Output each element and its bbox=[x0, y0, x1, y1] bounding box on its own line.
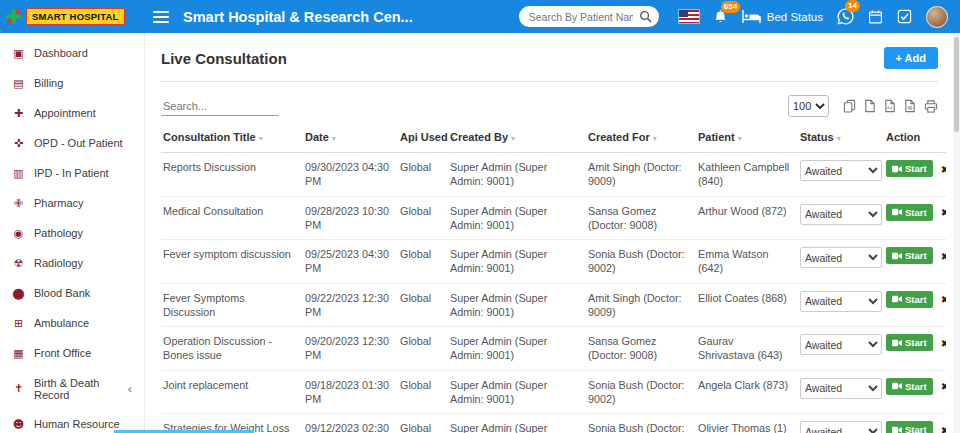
column-header-patient[interactable]: Patient▾ bbox=[696, 119, 798, 153]
delete-icon[interactable]: ✖ bbox=[941, 338, 946, 349]
status-select[interactable]: Awaited bbox=[800, 247, 882, 268]
bed-icon bbox=[742, 10, 761, 23]
created-for-cell: Sonia Bush (Doctor: 9002) bbox=[586, 240, 696, 284]
created-by-cell: Super Admin (Super Admin: 9001) bbox=[448, 283, 586, 327]
sidebar-item-label: OPD - Out Patient bbox=[34, 137, 123, 149]
start-button[interactable]: Start bbox=[886, 204, 933, 221]
chat-badge: 14 bbox=[845, 0, 860, 12]
sidebar-item-label: Birth & Death Record bbox=[34, 377, 119, 401]
vertical-scrollbar[interactable] bbox=[953, 33, 960, 433]
language-flag-icon[interactable] bbox=[679, 10, 699, 23]
start-button-label: Start bbox=[905, 294, 927, 305]
column-header-status[interactable]: Status▾ bbox=[798, 119, 884, 153]
delete-icon[interactable]: ✖ bbox=[941, 251, 946, 262]
search-icon[interactable] bbox=[639, 10, 652, 23]
sidebar-item-dashboard[interactable]: ▣Dashboard bbox=[0, 38, 144, 68]
menu-toggle-icon[interactable] bbox=[153, 11, 169, 23]
start-button[interactable]: Start bbox=[886, 160, 933, 177]
status-select[interactable]: Awaited bbox=[800, 160, 882, 181]
sidebar-item-opd-out-patient[interactable]: ✜OPD - Out Patient bbox=[0, 128, 144, 158]
bed-status-button[interactable]: Bed Status bbox=[742, 10, 823, 23]
status-cell: Awaited bbox=[798, 370, 884, 414]
chevron-left-icon: ‹ bbox=[128, 382, 132, 395]
column-header-api-used[interactable]: Api Used▾ bbox=[398, 119, 448, 153]
status-select[interactable]: Awaited bbox=[800, 378, 882, 399]
consultation-title-cell: Fever Symptoms Discussion bbox=[161, 283, 303, 327]
consultation-title-cell: Medical Consultation bbox=[161, 196, 303, 240]
sidebar-item-birth-death-record[interactable]: ✝Birth & Death Record‹ bbox=[0, 368, 144, 409]
start-button[interactable]: Start bbox=[886, 247, 933, 264]
patient-cell: Angela Clark (873) bbox=[696, 370, 798, 414]
sidebar-item-radiology[interactable]: ☢Radiology bbox=[0, 248, 144, 278]
column-header-created-for[interactable]: Created For▾ bbox=[586, 119, 696, 153]
calendar-button[interactable] bbox=[868, 9, 883, 25]
sidebar-item-billing[interactable]: ▤Billing bbox=[0, 68, 144, 98]
sidebar-item-pathology[interactable]: ◉Pathology bbox=[0, 218, 144, 248]
start-button[interactable]: Start bbox=[886, 334, 933, 351]
tasks-button[interactable] bbox=[897, 9, 912, 24]
api-used-cell: Global bbox=[398, 240, 448, 284]
sort-caret-icon: ▾ bbox=[332, 134, 336, 143]
action-cell: Start ✖ bbox=[884, 414, 946, 433]
patient-cell: Elliot Coates (868) bbox=[696, 283, 798, 327]
status-select[interactable]: Awaited bbox=[800, 421, 882, 433]
start-button-label: Start bbox=[905, 163, 927, 174]
consultation-row: Reports Discussion 09/30/2023 04:30 PM G… bbox=[161, 153, 946, 197]
status-select[interactable]: Awaited bbox=[800, 291, 882, 312]
start-button-label: Start bbox=[905, 381, 927, 392]
user-avatar[interactable] bbox=[926, 6, 948, 28]
status-select[interactable]: Awaited bbox=[800, 334, 882, 355]
print-icon[interactable] bbox=[924, 100, 938, 113]
start-button[interactable]: Start bbox=[886, 421, 933, 433]
status-cell: Awaited bbox=[798, 283, 884, 327]
video-camera-icon bbox=[892, 426, 902, 433]
action-cell: Start ✖ bbox=[884, 240, 946, 284]
delete-icon[interactable]: ✖ bbox=[941, 381, 946, 392]
column-header-consultation-title[interactable]: Consultation Title▾ bbox=[161, 119, 303, 153]
consultation-row: Fever symptom discussion 09/25/2023 04:3… bbox=[161, 240, 946, 284]
sidebar-item-label: Appointment bbox=[34, 107, 96, 119]
start-button[interactable]: Start bbox=[886, 291, 933, 308]
sidebar-item-ambulance[interactable]: ⊞Ambulance bbox=[0, 308, 144, 338]
topbar-actions: 654 Bed Status 14 bbox=[519, 6, 960, 28]
delete-icon[interactable]: ✖ bbox=[941, 425, 946, 433]
hospital-plus-icon bbox=[5, 8, 22, 25]
delete-icon[interactable]: ✖ bbox=[941, 294, 946, 305]
copy-export-icon[interactable] bbox=[843, 99, 856, 113]
sort-caret-icon: ▾ bbox=[511, 134, 515, 143]
column-header-action[interactable]: Action bbox=[884, 119, 946, 153]
date-cell: 09/25/2023 04:30 PM bbox=[303, 240, 398, 284]
created-by-cell: Super Admin (Super Admin: 9001) bbox=[448, 196, 586, 240]
sidebar-item-blood-bank[interactable]: ⬤Blood Bank bbox=[0, 278, 144, 308]
notification-badge: 654 bbox=[721, 1, 740, 13]
patient-search-input[interactable] bbox=[519, 6, 659, 27]
delete-icon[interactable]: ✖ bbox=[941, 164, 946, 175]
sidebar-item-front-office[interactable]: ▦Front Office bbox=[0, 338, 144, 368]
add-button[interactable]: + Add bbox=[884, 47, 938, 69]
page-size-select[interactable]: 100 bbox=[788, 95, 829, 117]
api-used-cell: Global bbox=[398, 153, 448, 197]
page-header: Live Consultation + Add bbox=[161, 33, 938, 82]
pdf-export-icon[interactable] bbox=[904, 99, 916, 113]
sidebar-item-label: Blood Bank bbox=[34, 287, 90, 299]
excel-export-icon[interactable] bbox=[864, 99, 876, 113]
front-office-icon: ▦ bbox=[12, 347, 25, 360]
table-search-input[interactable] bbox=[161, 97, 279, 116]
sidebar-item-pharmacy[interactable]: ✙Pharmacy bbox=[0, 188, 144, 218]
created-for-cell: Amit Singh (Doctor: 9009) bbox=[586, 153, 696, 197]
notifications-button[interactable]: 654 bbox=[713, 9, 728, 25]
consultation-row: Operation Discussion -Bones issue 09/20/… bbox=[161, 327, 946, 371]
csv-export-icon[interactable] bbox=[884, 99, 896, 113]
delete-icon[interactable]: ✖ bbox=[941, 207, 946, 218]
sidebar-item-appointment[interactable]: ✚Appointment bbox=[0, 98, 144, 128]
column-header-date[interactable]: Date▾ bbox=[303, 119, 398, 153]
dashboard-icon: ▣ bbox=[12, 47, 25, 60]
start-button[interactable]: Start bbox=[886, 378, 933, 395]
status-select[interactable]: Awaited bbox=[800, 204, 882, 225]
scrollbar-thumb[interactable] bbox=[954, 37, 959, 132]
sidebar-item-label: Front Office bbox=[34, 347, 91, 359]
table-toolbar: 100 bbox=[161, 82, 938, 119]
sidebar-item-ipd-in-patient[interactable]: ▥IPD - In Patient bbox=[0, 158, 144, 188]
chat-button[interactable]: 14 bbox=[837, 8, 854, 25]
column-header-created-by[interactable]: Created By▾ bbox=[448, 119, 586, 153]
